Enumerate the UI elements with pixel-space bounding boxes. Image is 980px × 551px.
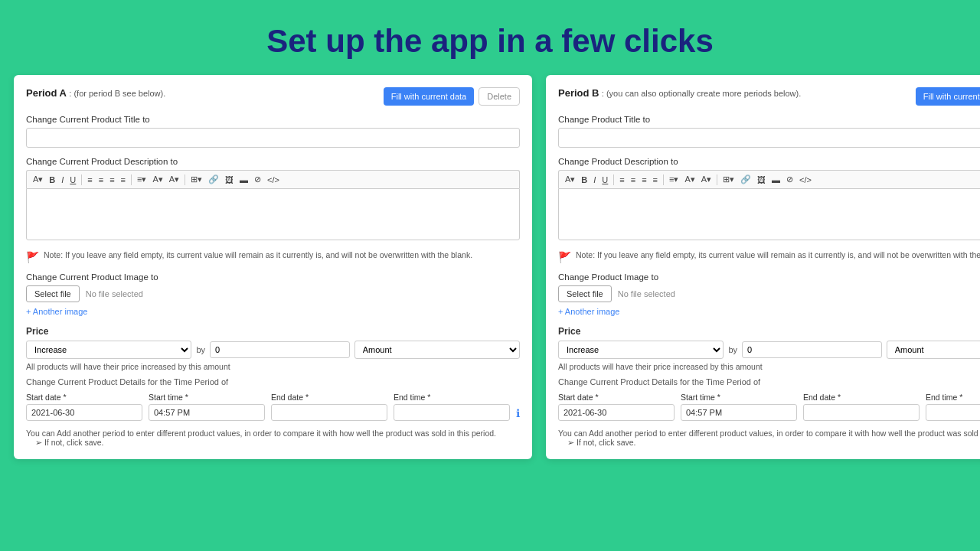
price-by-label-b: by — [728, 345, 737, 354]
toolbar-fontcolor-a[interactable]: A▾ — [150, 173, 165, 186]
end-date-input-b[interactable] — [803, 404, 920, 421]
toolbar-symbol-b[interactable]: ⊘ — [784, 173, 795, 186]
toolbar-font-b[interactable]: A▾ — [563, 173, 577, 186]
toolbar-ul-a[interactable]: ≡ — [85, 174, 94, 186]
description-label-a: Change Current Product Description to — [26, 157, 520, 166]
toolbar-table-a[interactable]: ⊞▾ — [188, 173, 204, 186]
note-text-b: Note: If you leave any field empty, its … — [576, 250, 980, 259]
select-file-button-a[interactable]: Select file — [26, 285, 80, 302]
title-input-b[interactable] — [558, 128, 980, 148]
panel-b-header-buttons: Fill with current data Delete — [916, 87, 980, 106]
note-box-b: 🚩 Note: If you leave any field empty, it… — [558, 250, 980, 263]
toolbar-align-a[interactable]: ≡▾ — [135, 173, 149, 186]
help-icon-a[interactable]: ℹ — [516, 407, 520, 419]
title-section-a: Change Current Product Title to — [26, 115, 520, 157]
price-row-b: Increase by Amount — [558, 341, 980, 359]
toolbar-underline-a[interactable]: U — [67, 174, 78, 186]
description-textarea-b[interactable] — [558, 188, 980, 240]
toolbar-ol-b[interactable]: ≡ — [629, 174, 638, 186]
footer-note-a: You can Add another period to enter diff… — [26, 429, 520, 447]
title-input-a[interactable] — [26, 128, 520, 148]
panel-a-header-buttons: Fill with current data Delete — [384, 87, 520, 106]
toolbar-code-b[interactable]: </> — [797, 174, 814, 186]
fill-current-data-button-b[interactable]: Fill with current data — [916, 87, 980, 106]
start-date-input-b[interactable] — [558, 404, 675, 421]
start-date-field-a: Start date * — [26, 393, 142, 421]
start-date-input-a[interactable] — [26, 404, 142, 421]
image-label-b: Change Product Image to — [558, 272, 980, 282]
description-textarea-a[interactable] — [26, 188, 520, 240]
price-number-input-a[interactable] — [210, 341, 350, 358]
editor-toolbar-b: A▾ B I U ≡ ≡ ≡ ≡ ≡▾ A▾ A▾ ⊞▾ 🔗 🖼 ▬ ⊘ </> — [558, 170, 980, 188]
end-time-input-a[interactable] — [394, 404, 510, 421]
date-time-row-a: Start date * Start time * End date * End… — [26, 393, 520, 421]
toolbar-media-a[interactable]: ▬ — [237, 174, 250, 186]
footer-note-text-b: You can Add another period to enter diff… — [558, 429, 980, 438]
toolbar-image-a[interactable]: 🖼 — [223, 174, 236, 186]
toolbar-fontcolor-b[interactable]: A▾ — [682, 173, 697, 186]
flag-icon-b: 🚩 — [558, 251, 571, 263]
toolbar-sep3-b — [717, 174, 717, 185]
end-date-label-b: End date * — [803, 393, 920, 402]
another-image-link-a[interactable]: + Another image — [26, 307, 87, 316]
footer-note2-a: ➢ If not, click save. — [26, 438, 520, 447]
end-time-input-b[interactable] — [926, 404, 980, 421]
toolbar-sep1-b — [613, 174, 614, 185]
period-details-section-b: Change Current Product Details for the T… — [558, 377, 980, 421]
toolbar-italic-a[interactable]: I — [59, 174, 66, 186]
toolbar-highlight-b[interactable]: A▾ — [699, 173, 714, 186]
start-time-field-a: Start time * — [149, 393, 265, 421]
toolbar-bold-b[interactable]: B — [579, 174, 590, 186]
no-file-text-a: No file selected — [86, 289, 143, 298]
toolbar-outdent-a[interactable]: ≡ — [119, 174, 128, 186]
start-time-label-a: Start time * — [149, 393, 265, 402]
toolbar-align-b[interactable]: ≡▾ — [667, 173, 681, 186]
toolbar-underline-b[interactable]: U — [599, 174, 610, 186]
price-increase-select-a[interactable]: Increase — [26, 341, 191, 359]
toolbar-sep3-a — [185, 174, 185, 185]
start-date-label-a: Start date * — [26, 393, 142, 402]
toolbar-bold-a[interactable]: B — [47, 174, 57, 186]
toolbar-link-b[interactable]: 🔗 — [738, 173, 753, 186]
image-label-a: Change Current Product Image to — [26, 272, 520, 282]
price-amount-select-a[interactable]: Amount — [354, 341, 520, 359]
fill-current-data-button-a[interactable]: Fill with current data — [384, 87, 474, 106]
end-time-field-b: End time * — [926, 393, 980, 421]
price-amount-select-b[interactable]: Amount — [887, 341, 980, 359]
toolbar-code-a[interactable]: </> — [265, 174, 282, 186]
price-by-label-a: by — [196, 345, 205, 354]
toolbar-ol-a[interactable]: ≡ — [96, 174, 106, 186]
start-time-input-a[interactable] — [149, 404, 265, 421]
price-increase-select-b[interactable]: Increase — [558, 341, 724, 359]
start-time-label-b: Start time * — [681, 393, 797, 402]
panel-b-period: Period B : (you can also optionally crea… — [558, 87, 801, 99]
end-time-label-a: End time * — [394, 393, 510, 402]
price-number-input-b[interactable] — [742, 341, 882, 358]
start-time-input-b[interactable] — [681, 404, 797, 421]
title-label-a: Change Current Product Title to — [26, 115, 520, 124]
toolbar-link-a[interactable]: 🔗 — [206, 173, 221, 186]
period-details-label-a: Change Current Product Details for the T… — [26, 377, 520, 386]
toolbar-media-b[interactable]: ▬ — [769, 174, 782, 186]
description-section-a: Change Current Product Description to A▾… — [26, 157, 520, 250]
toolbar-indent-b[interactable]: ≡ — [639, 174, 648, 186]
toolbar-image-b[interactable]: 🖼 — [755, 174, 768, 186]
delete-button-a[interactable]: Delete — [479, 87, 520, 106]
toolbar-indent-a[interactable]: ≡ — [107, 174, 116, 186]
toolbar-ul-b[interactable]: ≡ — [617, 174, 626, 186]
description-section-b: Change Product Description to A▾ B I U ≡… — [558, 157, 980, 250]
toolbar-highlight-a[interactable]: A▾ — [167, 173, 181, 186]
toolbar-font-a[interactable]: A▾ — [31, 173, 45, 186]
toolbar-table-b[interactable]: ⊞▾ — [720, 173, 737, 186]
end-date-input-a[interactable] — [271, 404, 387, 421]
toolbar-sep2-a — [131, 174, 132, 185]
toolbar-outdent-b[interactable]: ≡ — [651, 174, 660, 186]
another-image-link-b[interactable]: + Another image — [558, 307, 619, 316]
footer-note-text-a: You can Add another period to enter diff… — [26, 429, 520, 438]
toolbar-italic-b[interactable]: I — [591, 174, 598, 186]
toolbar-sep2-b — [663, 174, 664, 185]
select-file-button-b[interactable]: Select file — [558, 285, 612, 302]
period-a-note: : (for period B see below). — [69, 89, 165, 98]
page-title: Set up the app in a few clicks — [251, 0, 729, 75]
toolbar-symbol-a[interactable]: ⊘ — [252, 173, 263, 186]
